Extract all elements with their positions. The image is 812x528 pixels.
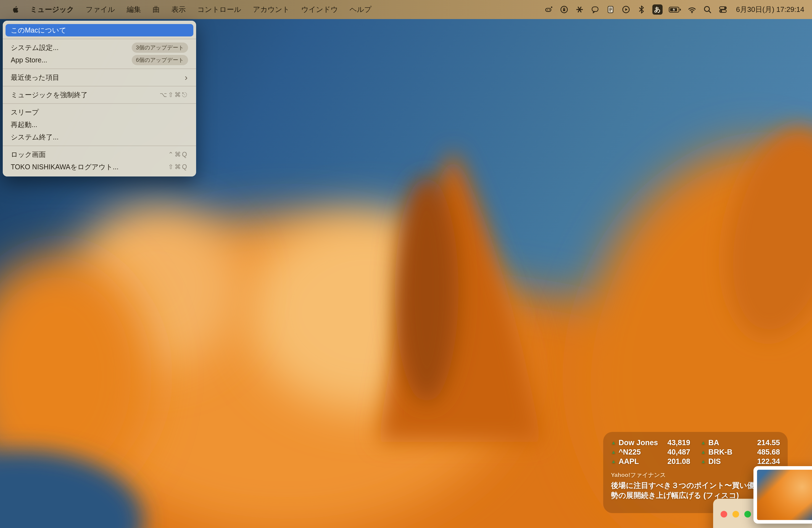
lock-circle-icon[interactable] (560, 5, 569, 14)
stock-symbol: Dow Jones (619, 439, 658, 447)
minimize-button[interactable] (733, 511, 739, 517)
menu-separator (3, 86, 196, 86)
chatgpt-icon[interactable] (575, 5, 584, 14)
apple-menu-item[interactable]: スリープ (5, 106, 193, 118)
menu-app-name[interactable]: ミュージック (24, 0, 80, 19)
stock-quote-row[interactable]: ▲AAPL201.08 (611, 457, 690, 466)
zoom-button[interactable] (744, 511, 751, 517)
menu-bar-menu[interactable]: 曲 (147, 0, 165, 19)
news-headline[interactable]: 後場に注目すべき３つのポイント〜買い優勢の展開続き上げ幅広げる (フィスコ) (611, 481, 760, 501)
stock-value: 214.55 (757, 439, 780, 447)
stock-value: 122.34 (757, 457, 780, 466)
submenu-chevron-icon: › (185, 73, 188, 82)
apple-menu-button[interactable] (5, 0, 24, 19)
apple-menu-item[interactable]: ロック画面⌃⌘Q (5, 148, 193, 161)
close-button[interactable] (721, 511, 727, 517)
apple-menu-item-label: 再起動... (11, 120, 37, 129)
keyboard-shortcut-hint: ⌥⇧⌘⎋ (160, 91, 188, 99)
trend-triangle-icon: ▲ (701, 458, 706, 465)
stocks-quotes: ▲Dow Jones43,819▲^N22540,487▲AAPL201.08▲… (611, 438, 780, 466)
apple-menu-item-label: 最近使った項目 (11, 73, 59, 82)
update-count-badge: 6個のアップデート (132, 55, 188, 65)
apple-menu-item-label: このMacについて (11, 26, 66, 35)
clipboard-icon[interactable] (606, 5, 615, 14)
menu-separator (3, 69, 196, 69)
stock-symbol: ^N225 (619, 448, 641, 456)
control-center-icon[interactable] (719, 5, 728, 14)
apple-logo-icon (11, 5, 19, 14)
menu-bar: ミュージック ファイル編集曲表示コントロールアカウントウインドウヘルプ (0, 0, 812, 19)
ime-input-source-icon[interactable]: あ (652, 4, 663, 15)
menu-bar-menus: ファイル編集曲表示コントロールアカウントウインドウヘルプ (80, 0, 377, 19)
stock-quote-row[interactable]: ▲Dow Jones43,819 (611, 438, 690, 448)
stock-value: 40,487 (667, 448, 690, 456)
stock-symbol: BA (708, 439, 719, 447)
stock-value: 43,819 (667, 439, 690, 447)
spotlight-search-icon[interactable] (703, 5, 712, 14)
trend-triangle-icon: ▲ (701, 440, 706, 446)
menu-separator (3, 103, 196, 104)
ime-label: あ (654, 5, 661, 14)
apple-menu-item[interactable]: システム終了... (5, 131, 193, 143)
wifi-icon[interactable] (687, 5, 697, 14)
menu-bar-menu[interactable]: ウインドウ (295, 0, 344, 19)
menu-bar-menu[interactable]: アカウント (247, 0, 295, 19)
wallpaper-thumbnail-image (757, 470, 812, 520)
menu-bar-menu[interactable]: ファイル (80, 0, 121, 19)
desktop: ミュージック ファイル編集曲表示コントロールアカウントウインドウヘルプ (0, 0, 812, 528)
battery-icon[interactable] (669, 5, 681, 14)
menu-bar-clock[interactable]: 6月30日(月) 17:29:14 (736, 5, 804, 14)
trend-triangle-icon: ▲ (611, 449, 616, 455)
apple-menu-item[interactable]: システム設定...3個のアップデート (5, 41, 193, 54)
menu-separator (3, 39, 196, 39)
apple-menu-item[interactable]: このMacについて (5, 24, 193, 36)
menu-bar-menu[interactable]: コントロール (191, 0, 247, 19)
menu-separator (3, 146, 196, 146)
gamepad-status-icon[interactable] (544, 5, 553, 14)
trend-triangle-icon: ▲ (701, 449, 706, 455)
trend-triangle-icon: ▲ (611, 458, 616, 465)
play-circle-icon[interactable] (621, 5, 631, 14)
trend-triangle-icon: ▲ (611, 440, 616, 446)
stock-value: 201.08 (667, 457, 690, 466)
line-app-icon[interactable] (591, 5, 600, 14)
apple-menu-item[interactable]: 再起動... (5, 118, 193, 131)
menu-bar-menu[interactable]: 表示 (165, 0, 191, 19)
apple-menu-item-label: TOKO NISHIKAWAをログアウト... (11, 162, 118, 172)
apple-menu-item-label: ロック画面 (11, 150, 46, 159)
apple-menu-item-label: システム終了... (11, 133, 59, 142)
picture-in-picture-thumbnail[interactable] (753, 466, 812, 524)
stock-symbol: DIS (708, 457, 721, 466)
keyboard-shortcut-hint: ⌃⌘Q (168, 151, 188, 158)
apple-menu-item-label: App Store... (11, 56, 47, 64)
stock-quote-row[interactable]: ▲^N22540,487 (611, 448, 690, 457)
update-count-badge: 3個のアップデート (132, 43, 188, 53)
menu-bar-menu[interactable]: ヘルプ (344, 0, 378, 19)
apple-menu-item[interactable]: ミュージックを強制終了⌥⇧⌘⎋ (5, 89, 193, 101)
apple-menu-item[interactable]: 最近使った項目› (5, 71, 193, 84)
apple-menu-item-label: ミュージックを強制終了 (11, 90, 88, 99)
apple-menu-dropdown: このMacについてシステム設定...3個のアップデートApp Store...6… (3, 21, 196, 176)
keyboard-shortcut-hint: ⇧⌘Q (168, 163, 188, 171)
apple-menu-item[interactable]: App Store...6個のアップデート (5, 54, 193, 66)
stock-quote-row[interactable]: ▲BA214.55 (701, 438, 780, 448)
stock-value: 485.68 (757, 448, 780, 456)
stock-quote-row[interactable]: ▲BRK-B485.68 (701, 448, 780, 457)
stock-symbol: AAPL (619, 457, 639, 466)
apple-menu-item-label: システム設定... (11, 43, 59, 52)
bluetooth-icon[interactable] (637, 5, 646, 14)
stock-quote-row[interactable]: ▲DIS122.34 (701, 457, 780, 466)
menu-bar-menu[interactable]: 編集 (121, 0, 147, 19)
apple-menu-item[interactable]: TOKO NISHIKAWAをログアウト...⇧⌘Q (5, 161, 193, 173)
apple-menu-item-label: スリープ (11, 108, 39, 117)
stock-symbol: BRK-B (708, 448, 733, 456)
